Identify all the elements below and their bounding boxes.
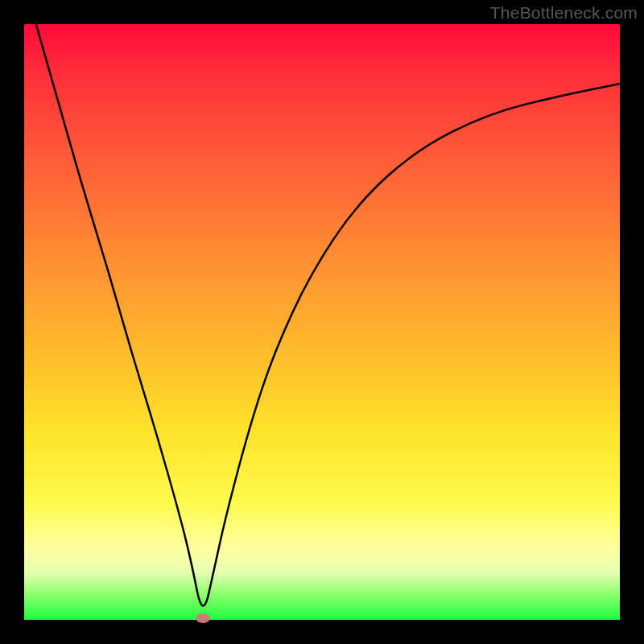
bottleneck-curve (24, 24, 620, 620)
watermark-text: TheBottleneck.com (490, 3, 638, 23)
chart-frame: TheBottleneck.com (0, 0, 644, 644)
minimum-marker (196, 613, 210, 623)
plot-area (24, 24, 620, 620)
curve-path (36, 24, 620, 605)
